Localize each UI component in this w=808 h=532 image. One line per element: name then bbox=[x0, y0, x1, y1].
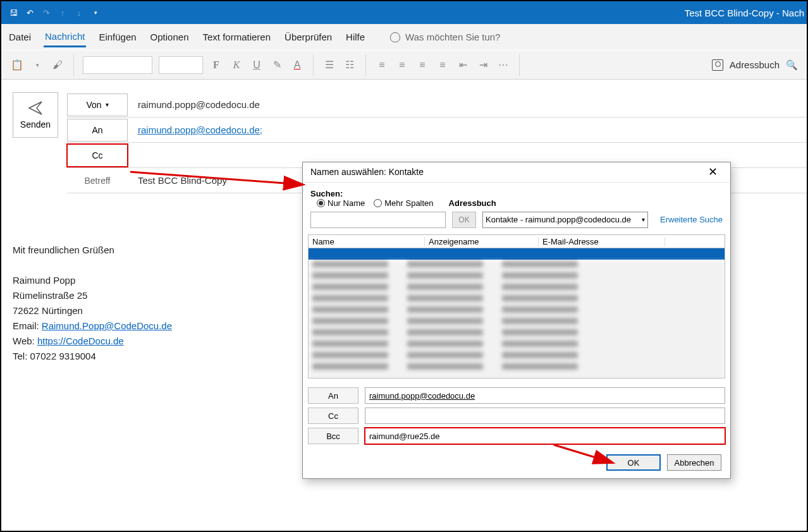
dialog-bcc-row: Bcc raimund@rue25.de bbox=[308, 428, 725, 444]
dialog-cc-button[interactable]: Cc bbox=[308, 408, 358, 424]
dialog-cc-input[interactable] bbox=[365, 408, 725, 424]
outdent-icon[interactable]: ⇤ bbox=[456, 58, 470, 72]
font-size-select[interactable] bbox=[159, 56, 203, 74]
dialog-search-row: Suchen: Nur Name Mehr Spalten Adressbuch bbox=[303, 183, 730, 212]
cc-button[interactable]: Cc bbox=[67, 144, 128, 167]
quick-access: 🖫 ↶ ↷ ↑ ↓ ▾ bbox=[1, 6, 102, 20]
col-email[interactable]: E-Mail-Adresse bbox=[539, 237, 665, 246]
down-arrow-icon[interactable]: ↓ bbox=[72, 6, 86, 20]
dialog-an-button[interactable]: An bbox=[308, 387, 358, 404]
addressbook-button[interactable]: Adressbuch bbox=[730, 59, 780, 70]
tab-ueberpruefen[interactable]: Überprüfen bbox=[283, 28, 333, 46]
addressbook-icon bbox=[712, 59, 723, 71]
suchen-label: Suchen: bbox=[310, 189, 343, 198]
dialog-cancel-button[interactable]: Abbrechen bbox=[667, 454, 721, 471]
body-web-link[interactable]: https://CodeDocu.de bbox=[37, 336, 124, 346]
body-email-link[interactable]: Raimund.Popp@CodeDocu.de bbox=[42, 320, 172, 331]
to-row: An raimund.popp@codedocu.de; bbox=[67, 118, 807, 143]
contacts-list[interactable] bbox=[308, 248, 725, 378]
font-color-icon[interactable]: A bbox=[290, 58, 304, 72]
body-email-label: Email: bbox=[13, 320, 42, 331]
dialog-an-row: An raimund.popp@codedocu.de bbox=[308, 387, 725, 404]
tab-nachricht[interactable]: Nachricht bbox=[44, 27, 86, 47]
tell-me-label: Was möchten Sie tun? bbox=[405, 32, 500, 42]
radio-nur-name[interactable]: Nur Name bbox=[317, 198, 365, 208]
bold-icon[interactable]: F bbox=[209, 58, 223, 72]
format-painter-icon[interactable]: 🖌 bbox=[51, 58, 64, 72]
search-icon[interactable]: 🔍 bbox=[786, 59, 798, 71]
undo-icon[interactable]: ↶ bbox=[23, 6, 37, 20]
up-arrow-icon[interactable]: ↑ bbox=[56, 6, 70, 20]
close-icon[interactable]: ✕ bbox=[703, 164, 723, 180]
erweiterte-suche-link[interactable]: Erweiterte Suche bbox=[660, 215, 723, 224]
list-blurred bbox=[309, 261, 725, 378]
send-icon bbox=[28, 100, 43, 116]
bullet-list-icon[interactable]: ☰ bbox=[322, 58, 336, 72]
tab-optionen[interactable]: Optionen bbox=[149, 28, 190, 46]
dialog-an-input[interactable]: raimund.popp@codedocu.de bbox=[365, 387, 725, 404]
number-list-icon[interactable]: ☷ bbox=[343, 58, 357, 72]
tab-hilfe[interactable]: Hilfe bbox=[345, 28, 366, 46]
tab-text[interactable]: Text formatieren bbox=[202, 28, 272, 46]
align-left-icon[interactable]: ≡ bbox=[375, 58, 389, 72]
align-justify-icon[interactable]: ≡ bbox=[436, 58, 450, 72]
subject-label: Betreff bbox=[67, 169, 128, 192]
qa-dropdown-icon[interactable]: ▾ bbox=[89, 6, 102, 20]
paste-dropdown-icon[interactable]: ▾ bbox=[30, 58, 44, 72]
more-icon[interactable]: ⋯ bbox=[496, 58, 510, 72]
window-title: Test BCC Blind-Copy - Nach bbox=[685, 8, 807, 18]
dialog-titlebar: Namen auswählen: Kontakte ✕ bbox=[303, 162, 730, 183]
col-name[interactable]: Name bbox=[309, 237, 425, 246]
ribbon-tabs: Datei Nachricht Einfügen Optionen Text f… bbox=[1, 24, 807, 51]
col-anzeigename[interactable]: Anzeigename bbox=[425, 237, 539, 246]
title-bar: 🖫 ↶ ↷ ↑ ↓ ▾ Test BCC Blind-Copy - Nach bbox=[1, 1, 807, 24]
italic-icon[interactable]: K bbox=[230, 58, 243, 72]
body-web-label: Web: bbox=[13, 336, 37, 346]
contacts-header: Name Anzeigename E-Mail-Adresse bbox=[308, 234, 725, 249]
dialog-title: Namen auswählen: Kontakte bbox=[310, 167, 424, 177]
subject-value[interactable]: Test BCC Blind-Copy bbox=[138, 175, 227, 186]
from-button[interactable]: Von bbox=[67, 94, 128, 116]
tab-einfuegen[interactable]: Einfügen bbox=[97, 28, 137, 46]
font-family-select[interactable] bbox=[83, 56, 152, 74]
indent-icon[interactable]: ⇥ bbox=[476, 58, 490, 72]
align-right-icon[interactable]: ≡ bbox=[415, 58, 429, 72]
lightbulb-icon bbox=[390, 32, 400, 42]
highlight-icon[interactable]: ✎ bbox=[270, 58, 284, 72]
to-button[interactable]: An bbox=[67, 119, 128, 142]
tell-me[interactable]: Was möchten Sie tun? bbox=[390, 32, 500, 42]
names-dialog: Namen auswählen: Kontakte ✕ Suchen: Nur … bbox=[302, 162, 731, 479]
search-input[interactable] bbox=[310, 212, 446, 228]
ribbon-toolbar: 📋 ▾ 🖌 F K U ✎ A ☰ ☷ ≡ ≡ ≡ ≡ ⇤ ⇥ ⋯ Adress… bbox=[1, 51, 807, 80]
radio-mehr-spalten[interactable]: Mehr Spalten bbox=[374, 198, 433, 208]
align-center-icon[interactable]: ≡ bbox=[395, 58, 409, 72]
send-label: Senden bbox=[20, 119, 51, 130]
ab-label: Adressbuch bbox=[449, 198, 496, 208]
underline-icon[interactable]: U bbox=[250, 58, 264, 72]
dialog-cc-row: Cc bbox=[308, 408, 725, 424]
from-row: Von raimund.popp@codedocu.de bbox=[67, 92, 807, 118]
dialog-ok-button[interactable]: OK bbox=[606, 454, 661, 471]
dialog-bcc-button[interactable]: Bcc bbox=[308, 428, 358, 444]
redo-icon[interactable]: ↷ bbox=[39, 6, 53, 20]
paste-icon[interactable]: 📋 bbox=[10, 58, 24, 72]
search-ok-button[interactable]: OK bbox=[452, 212, 476, 228]
addressbook-select[interactable]: Kontakte - raimund.popp@codedocu.de bbox=[482, 212, 648, 228]
list-item[interactable] bbox=[309, 248, 725, 260]
from-value: raimund.popp@codedocu.de bbox=[138, 99, 260, 110]
save-icon[interactable]: 🖫 bbox=[6, 6, 20, 20]
to-value[interactable]: raimund.popp@codedocu.de; bbox=[138, 124, 262, 135]
tab-datei[interactable]: Datei bbox=[8, 28, 32, 46]
dialog-bcc-input[interactable]: raimund@rue25.de bbox=[365, 428, 725, 444]
send-button[interactable]: Senden bbox=[13, 92, 58, 138]
